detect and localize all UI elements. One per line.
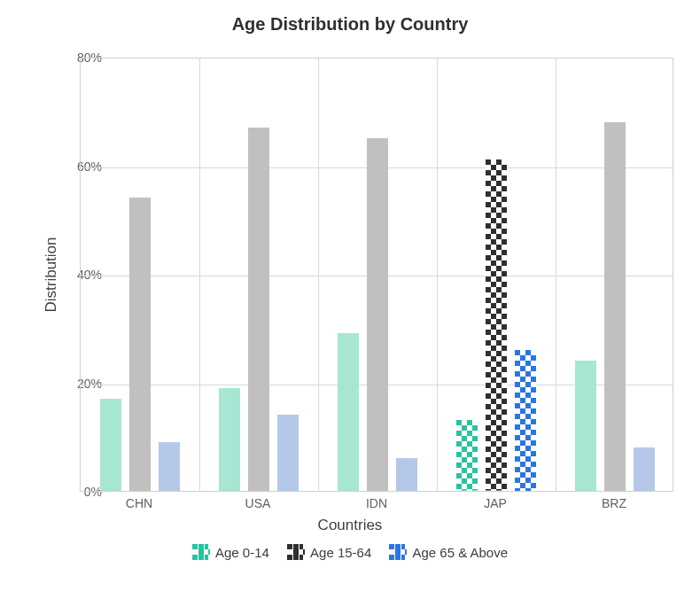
x-tick-usa: USA [214,496,302,510]
gridline-v-1 [199,58,200,491]
bar-idn-age-65-above[interactable] [396,458,417,491]
svg-rect-15 [287,544,292,560]
x-tick-jap: JAP [451,496,540,510]
svg-rect-17 [299,544,305,560]
x-tick-brz: BRZ [570,496,658,510]
bar-jap-age-0-14[interactable] [456,420,478,491]
svg-rect-12 [192,544,198,560]
svg-rect-16 [293,544,299,560]
svg-rect-20 [401,544,407,560]
svg-rect-9 [456,420,478,491]
legend-label-age-15-64: Age 15-64 [310,545,371,560]
svg-rect-18 [389,544,394,560]
svg-rect-13 [198,544,204,560]
gridline-v-3 [437,58,438,491]
bar-usa-age-65-above[interactable] [277,415,299,491]
chart-container: Age Distribution by Country Distribution… [0,0,700,591]
gridline-v-4 [556,58,556,491]
x-tick-idn: IDN [332,496,421,510]
svg-rect-10 [486,159,507,491]
bar-brz-age-0-14[interactable] [575,361,596,491]
bar-chn-age-0-14[interactable] [100,399,121,491]
bar-chn-age-65-above[interactable] [159,442,180,491]
bar-jap-age-15-64[interactable] [486,159,507,491]
svg-rect-19 [395,544,401,560]
bar-brz-age-15-64[interactable] [604,122,626,492]
plot-area[interactable] [80,58,673,492]
legend-label-age-0-14: Age 0-14 [215,545,269,560]
legend: Age 0-14 Age 15-64 Age 65 & Above [0,544,700,563]
bar-idn-age-0-14[interactable] [338,333,359,491]
bar-usa-age-0-14[interactable] [219,388,240,491]
x-axis-label: Countries [0,517,700,534]
bar-idn-age-15-64[interactable] [367,138,388,491]
chart-title: Age Distribution by Country [0,14,700,35]
legend-label-age-65-above: Age 65 & Above [412,545,508,560]
svg-rect-11 [515,350,536,491]
bar-chn-age-15-64[interactable] [129,198,151,491]
legend-swatch-age-15-64 [287,544,305,560]
bar-jap-age-65-above[interactable] [515,350,536,491]
legend-item-age-0-14[interactable]: Age 0-14 [192,544,269,560]
legend-swatch-age-65-above [389,544,407,560]
gridline-v-2 [318,58,319,491]
legend-item-age-15-64[interactable]: Age 15-64 [287,544,371,560]
legend-swatch-age-0-14 [192,544,210,560]
bar-usa-age-15-64[interactable] [248,128,269,491]
legend-item-age-65-above[interactable]: Age 65 & Above [389,544,508,560]
bar-brz-age-65-above[interactable] [634,447,655,491]
x-tick-chn: CHN [95,496,183,510]
svg-rect-14 [205,544,210,560]
